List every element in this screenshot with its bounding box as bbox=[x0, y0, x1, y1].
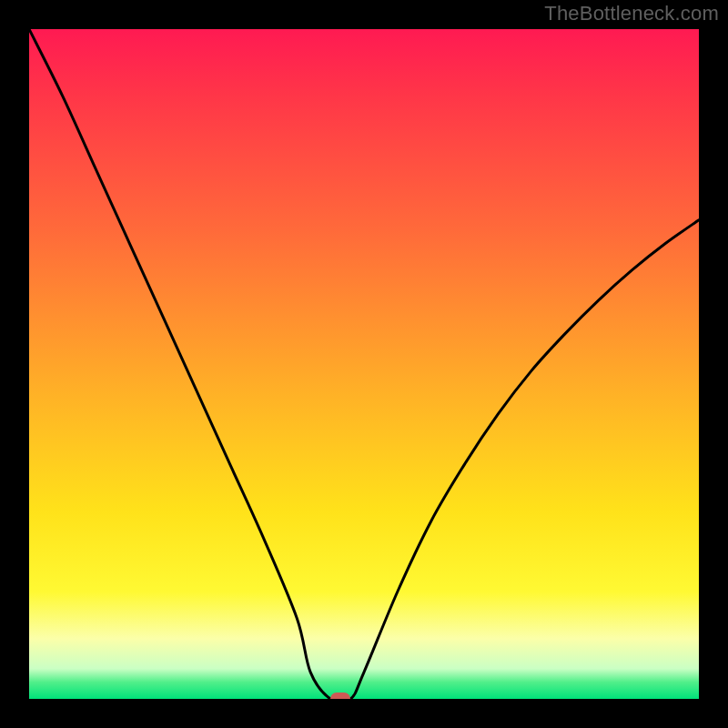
bottleneck-curve bbox=[29, 29, 699, 699]
chart-frame: TheBottleneck.com bbox=[0, 0, 728, 728]
plot-area bbox=[29, 29, 699, 699]
watermark-text: TheBottleneck.com bbox=[544, 2, 719, 25]
optimal-point-marker bbox=[330, 693, 350, 699]
